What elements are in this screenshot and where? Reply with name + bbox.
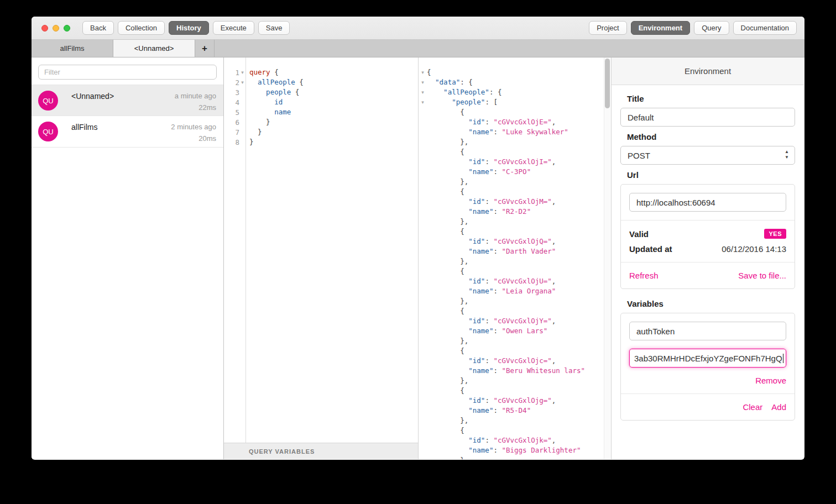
history-item-allfilms[interactable]: QUallFilms2 minutes ago20ms	[32, 116, 223, 148]
result-line: },	[427, 296, 611, 306]
result-line: "name": "Biggs Darklighter"	[427, 445, 611, 455]
line-number: 7	[235, 128, 239, 136]
tab-bar: allFilms<Unnamed> +	[32, 40, 804, 57]
fold-arrow-icon: ▾	[239, 80, 245, 85]
add-variable-link[interactable]: Add	[771, 402, 786, 412]
fold-arrow-icon: ▾	[419, 77, 427, 87]
gutter-line	[419, 306, 427, 316]
history-item-main: <Unnamed>	[58, 91, 175, 101]
line-number: 8	[235, 138, 239, 146]
result-line: },	[427, 177, 611, 187]
toolbar-button-save[interactable]: Save	[258, 21, 290, 35]
result-line: }	[427, 455, 611, 459]
results-scrollbar[interactable]	[604, 57, 611, 459]
result-line: "id": "cGVvcGxlOjI=",	[427, 157, 611, 167]
save-to-file-link[interactable]: Save to file...	[738, 271, 786, 280]
app-window: BackCollectionHistoryExecuteSave Project…	[32, 17, 804, 460]
gutter-line	[419, 296, 427, 306]
add-tab-button[interactable]: +	[195, 40, 215, 57]
code-line: id	[249, 97, 418, 107]
toolbar-button-back[interactable]: Back	[82, 21, 114, 35]
gutter-line	[419, 227, 427, 237]
code-line: }	[249, 117, 418, 127]
traffic-lights	[41, 25, 70, 32]
fold-arrow-icon: ▾	[419, 87, 427, 97]
tab-allfilms[interactable]: allFilms	[32, 40, 113, 57]
results-gutter: ▾▾▾▾	[419, 57, 427, 459]
results-panel: ▾▾▾▾ { "data": { "allPeople": { "people"…	[419, 57, 611, 459]
refresh-link[interactable]: Refresh	[629, 271, 659, 280]
gutter-line	[419, 187, 427, 197]
method-select[interactable]: POST ▲▼	[620, 146, 795, 165]
history-item-title: allFilms	[71, 123, 171, 132]
result-line: {	[427, 266, 611, 276]
result-line: "allPeople": {	[427, 87, 611, 97]
zoom-window-icon[interactable]	[64, 25, 70, 32]
variable-name-input[interactable]	[629, 322, 786, 340]
updated-at-value: 06/12/2016 14:13	[722, 244, 786, 254]
history-item-meta: a minute ago22ms	[175, 91, 216, 112]
result-line: },	[427, 217, 611, 227]
line-number: 2	[235, 78, 239, 87]
history-item-duration: 22ms	[175, 103, 216, 112]
query-editor-panel: 1▾2▾345678 query { allPeople { people { …	[224, 57, 419, 459]
result-line: },	[427, 137, 611, 147]
gutter-line: 8	[224, 137, 245, 147]
code-line: name	[249, 107, 418, 117]
query-variables-bar[interactable]: QUERY VARIABLES	[224, 443, 418, 459]
editor-gutter: 1▾2▾345678	[224, 57, 246, 443]
gutter-line: 4	[224, 97, 245, 107]
gutter-line	[419, 197, 427, 207]
gutter-line	[419, 177, 427, 187]
toolbar-button-query[interactable]: Query	[694, 21, 729, 35]
updated-at-label: Updated at	[629, 244, 672, 254]
result-line: {	[427, 147, 611, 157]
gutter-line	[419, 406, 427, 416]
toolbar-button-documentation[interactable]: Documentation	[733, 21, 797, 35]
clear-variables-link[interactable]: Clear	[743, 402, 762, 412]
gutter-line	[419, 207, 427, 217]
close-window-icon[interactable]	[41, 25, 48, 32]
fold-arrow-icon: ▾	[239, 70, 245, 75]
tab-unnamed[interactable]: <Unnamed>	[113, 40, 195, 57]
result-line: "id": "cGVvcGxlOjg=",	[427, 396, 611, 406]
results-scrollbar-thumb[interactable]	[605, 59, 610, 108]
toolbar-button-history[interactable]: History	[169, 21, 209, 35]
result-line: "id": "cGVvcGxlOjE=",	[427, 117, 611, 127]
line-number: 5	[235, 108, 239, 117]
editor-code[interactable]: query { allPeople { people { id name } }…	[246, 57, 418, 443]
variable-value-input[interactable]: 3ab30RMHrHDcEfxjoYZgeFONFh7HgQ	[629, 349, 786, 368]
result-line: {	[427, 386, 611, 396]
toolbar-button-environment[interactable]: Environment	[631, 21, 690, 35]
toolbar-button-collection[interactable]: Collection	[118, 21, 165, 35]
result-line: "name": "Owen Lars"	[427, 326, 611, 336]
query-editor[interactable]: 1▾2▾345678 query { allPeople { people { …	[224, 57, 418, 443]
environment-panel: Environment Title Method POST ▲▼ Url V	[611, 57, 804, 459]
line-number: 3	[235, 88, 239, 97]
history-sidebar: QU<Unnamed>a minute ago22msQUallFilms2 m…	[32, 57, 224, 459]
title-input[interactable]	[620, 108, 795, 127]
result-line: {	[427, 187, 611, 197]
result-line: "name": "C-3PO"	[427, 167, 611, 177]
history-item-unnamed[interactable]: QU<Unnamed>a minute ago22ms	[32, 85, 223, 116]
gutter-line	[419, 256, 427, 266]
minimize-window-icon[interactable]	[53, 25, 59, 32]
result-line: "id": "cGVvcGxlOjY=",	[427, 316, 611, 326]
result-line: "people": [	[427, 97, 611, 107]
toolbar-button-execute[interactable]: Execute	[213, 21, 254, 35]
filter-input[interactable]	[38, 65, 217, 80]
gutter-line	[419, 445, 427, 455]
line-number: 6	[235, 118, 239, 127]
avatar: QU	[38, 122, 58, 141]
gutter-line	[419, 246, 427, 256]
remove-variable-link[interactable]: Remove	[755, 376, 786, 385]
code-line: allPeople {	[249, 77, 418, 87]
gutter-line	[419, 117, 427, 127]
valid-badge: YES	[764, 229, 786, 239]
toolbar-button-project[interactable]: Project	[589, 21, 626, 35]
url-input[interactable]	[629, 193, 786, 212]
result-line: },	[427, 256, 611, 266]
gutter-line	[419, 276, 427, 286]
gutter-line	[419, 366, 427, 376]
query-variables-label: QUERY VARIABLES	[249, 448, 315, 455]
